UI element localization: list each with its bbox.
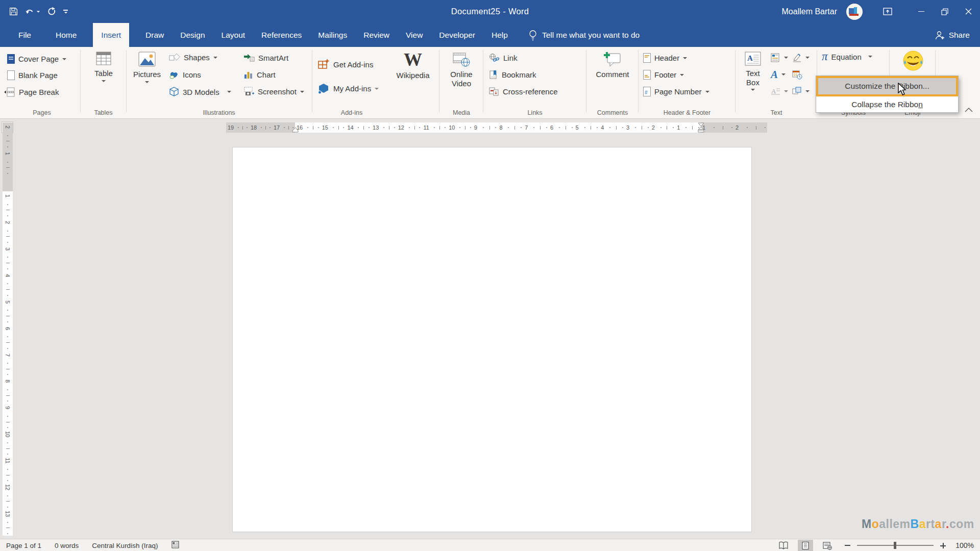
ruler-unit: 1 [3, 191, 13, 218]
word-count-status[interactable]: 0 words [55, 542, 79, 549]
smartart-icon [243, 53, 255, 62]
hanging-indent-marker[interactable] [292, 127, 299, 133]
tell-me-search[interactable]: Tell me what you want to do [521, 23, 647, 47]
page-count-status[interactable]: Page 1 of 1 [6, 542, 41, 549]
ruler-unit: 18 [249, 122, 272, 133]
ruler-unit: 10 [3, 430, 13, 456]
header-button[interactable]: Header [643, 53, 687, 63]
tab-design[interactable]: Design [172, 23, 213, 47]
table-button[interactable]: Table [88, 51, 119, 82]
tab-view[interactable]: View [398, 23, 431, 47]
my-addins-button[interactable]: My Add-ins [317, 83, 379, 94]
ruler-unit: 7 [3, 350, 13, 377]
chart-button[interactable]: Chart [243, 70, 276, 79]
ribbon-context-menu: Customize the Ribbon... Collapse the Rib… [816, 76, 959, 113]
ribbon-display-options-button[interactable] [877, 0, 898, 23]
user-name[interactable]: Moallem Bartar [782, 7, 837, 16]
link-button[interactable]: Link [489, 53, 518, 63]
tab-draw[interactable]: Draw [137, 23, 172, 47]
cross-reference-button[interactable]: Cross-reference [489, 87, 558, 96]
laughing-emoji-icon [902, 50, 924, 71]
menu-item-customize-the-ribbon[interactable]: Customize the Ribbon... [816, 76, 958, 96]
mouse-cursor [897, 83, 909, 96]
wordart-button[interactable]: A [771, 70, 786, 79]
group-label-media: Media [440, 109, 483, 116]
3d-models-caret-icon [227, 91, 231, 93]
minimize-button[interactable] [910, 0, 933, 23]
tab-home[interactable]: Home [47, 23, 85, 47]
zoom-out-button[interactable] [845, 545, 850, 546]
tab-mailings[interactable]: Mailings [310, 23, 355, 47]
quick-parts-button[interactable] [771, 53, 788, 62]
status-bar: Page 1 of 1 0 words Central Kurdish (Ira… [0, 539, 980, 551]
document-page[interactable] [232, 147, 752, 532]
cover-page-button[interactable]: Cover Page [7, 54, 66, 64]
macro-record-button[interactable] [171, 540, 180, 550]
horizontal-ruler[interactable]: 191817 16151413121110987654321 12 [226, 122, 767, 133]
restore-button[interactable] [933, 0, 957, 23]
object-button[interactable] [792, 87, 810, 96]
header-caret-icon [683, 57, 687, 59]
blank-page-icon [7, 70, 15, 80]
quick-parts-icon [771, 53, 780, 62]
page-break-button[interactable]: Page Break [4, 87, 59, 97]
bookmark-button[interactable]: Bookmark [489, 70, 536, 80]
ruler-unit: 12 [397, 122, 422, 133]
ruler-unit: 11 [3, 456, 13, 483]
group-label-pages: Pages [4, 109, 80, 116]
ruler-unit: 14 [346, 122, 371, 133]
collapse-ribbon-chevron-button[interactable] [965, 105, 973, 114]
zoom-in-button[interactable] [940, 543, 946, 548]
ruler-unit: 16 [295, 122, 321, 133]
language-status[interactable]: Central Kurdish (Iraq) [92, 542, 158, 549]
tab-help[interactable]: Help [483, 23, 516, 47]
wikipedia-button[interactable]: W Wikipedia [391, 51, 435, 80]
read-mode-button[interactable] [776, 540, 791, 551]
smartart-button[interactable]: SmartArt [243, 53, 288, 62]
shapes-caret-icon [213, 57, 217, 59]
wikipedia-icon: W [404, 51, 422, 68]
menu-item-collapse-the-ribbon[interactable]: Collapse the Ribbon [816, 96, 958, 112]
web-layout-button[interactable] [820, 540, 835, 551]
tab-developer[interactable]: Developer [431, 23, 483, 47]
tab-file[interactable]: File [10, 23, 39, 47]
comment-button[interactable]: Comment [592, 51, 633, 79]
get-addins-button[interactable]: Get Add-ins [317, 58, 373, 70]
tab-review[interactable]: Review [355, 23, 398, 47]
3d-models-button[interactable]: 3D Models [169, 87, 231, 97]
screenshot-button[interactable]: Screenshot [243, 87, 304, 96]
my-addins-icon [317, 83, 330, 94]
text-box-button[interactable]: A Text Box [738, 51, 768, 91]
signature-line-button[interactable] [792, 53, 810, 62]
ribbon-tab-bar: File Home Insert Draw Design Layout Refe… [0, 23, 980, 47]
online-video-button[interactable]: Online Video [443, 51, 480, 88]
blank-page-button[interactable]: Blank Page [7, 70, 58, 80]
print-layout-button[interactable] [798, 540, 813, 551]
icons-button[interactable]: Icons [169, 70, 201, 80]
shapes-button[interactable]: Shapes [169, 53, 217, 62]
footer-button[interactable]: Footer [643, 70, 684, 80]
emoji-button[interactable] [902, 50, 924, 71]
pictures-button[interactable]: Pictures [130, 51, 164, 83]
date-time-button[interactable] [792, 70, 802, 80]
equation-button[interactable]: π Equation [822, 51, 872, 62]
zoom-slider-handle[interactable] [894, 542, 896, 549]
print-layout-icon [801, 541, 810, 550]
user-avatar[interactable] [846, 4, 863, 20]
tab-references[interactable]: References [253, 23, 310, 47]
group-media: Online Video Media [440, 47, 483, 118]
svg-text:A: A [747, 54, 753, 62]
watermark-segment: M [862, 517, 872, 531]
tab-insert[interactable]: Insert [93, 23, 129, 47]
share-button[interactable]: Share [935, 23, 970, 47]
zoom-slider[interactable] [857, 545, 934, 546]
shapes-icon [169, 53, 180, 62]
vertical-ruler[interactable]: 21 12345678910111213 [3, 122, 13, 536]
group-label-comments: Comments [587, 109, 638, 116]
tab-layout[interactable]: Layout [213, 23, 254, 47]
right-indent-marker[interactable] [698, 122, 704, 133]
page-number-button[interactable]: # Page Number [643, 87, 709, 96]
zoom-level[interactable]: 100% [955, 541, 974, 549]
drop-cap-button[interactable]: A [771, 87, 788, 95]
close-button[interactable] [957, 0, 980, 23]
